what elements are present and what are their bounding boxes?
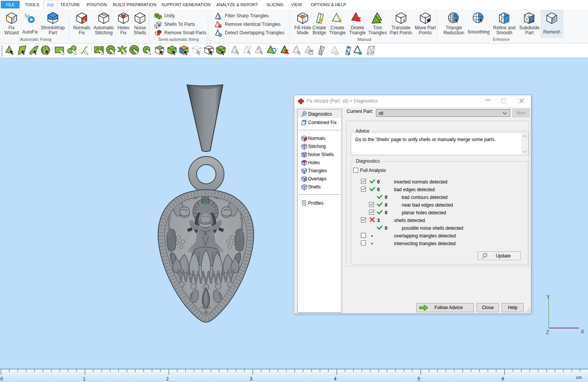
svg-text:2: 2	[166, 376, 169, 382]
svg-text:cm: cm	[576, 375, 582, 380]
svg-text:Z: Z	[546, 329, 549, 335]
svg-text:1: 1	[83, 376, 86, 382]
svg-text:Y: Y	[546, 295, 550, 300]
svg-text:0: 0	[0, 376, 3, 382]
svg-text:6: 6	[502, 376, 504, 382]
svg-text:3: 3	[250, 376, 253, 382]
svg-text:5: 5	[418, 376, 420, 382]
svg-text:4: 4	[334, 376, 337, 382]
svg-text:X: X	[581, 328, 585, 335]
